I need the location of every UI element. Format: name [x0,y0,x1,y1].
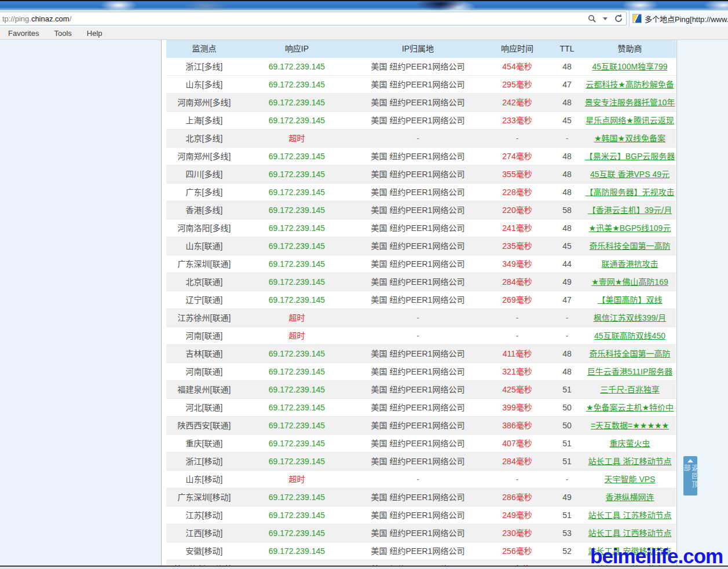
ip-location-cell: 美国 纽约PEER1网络公司 [352,399,484,416]
monitor-point-cell: 辽宁[联通] [166,291,242,309]
response-time-cell: 425毫秒 [484,381,550,398]
ttl-cell: 45 [550,237,584,255]
sponsor-link[interactable]: 星乐点网络★腾讯云返现 [584,112,676,129]
tab-title: 多个地点Ping[http://www... [645,13,728,24]
response-ip-cell: 69.172.239.145 [242,524,352,542]
sponsor-link[interactable]: 站长工具 浙江移动节点 [584,453,676,470]
window-titlebar [0,0,728,10]
left-gutter-panel [0,40,162,569]
sponsor-link[interactable]: 枫信江苏双线399/月 [584,309,676,326]
sponsor-link[interactable]: ★韩国★双线免备案 [584,130,676,147]
response-ip-cell: 69.172.239.145 [242,148,352,165]
monitor-point-cell: 广东深圳[移动] [166,489,242,506]
browser-tab[interactable]: 多个地点Ping[http://www... [629,10,728,27]
ttl-cell: 51 [550,381,584,398]
sponsor-link[interactable]: 联通香港抗攻击 [584,255,676,273]
sponsor-link[interactable]: 香港纵横网连 [584,489,676,506]
sponsor-link[interactable]: 站长工具 江西移动节点 [584,524,676,542]
menu-item-tools[interactable]: Tools [54,29,71,38]
sponsor-link[interactable]: 云都科技★高防秒解免备 [584,76,676,93]
ip-location-cell: 美国 纽约PEER1网络公司 [352,201,484,219]
response-time-cell: 399毫秒 [484,399,550,416]
monitor-point-cell: 河南郑州[多线] [166,94,242,111]
response-time-cell: 386毫秒 [484,417,550,434]
header-response-ip: 响应IP [242,40,352,58]
table-row: 江苏徐州[联通]超时---枫信江苏双线399/月 [166,309,676,327]
response-time-cell: 274毫秒 [484,148,550,165]
monitor-point-cell: 广东深圳[联通] [166,255,242,273]
table-row: 广东深圳[联通]69.172.239.145美国 纽约PEER1网络公司349毫… [166,255,676,273]
sponsor-link[interactable]: ★免备案云主机★特价中 [584,399,676,416]
sponsor-link[interactable]: 45互联100M独享799 [584,58,676,75]
sponsor-link[interactable]: 三千尺-百兆独享 [584,381,676,398]
ttl-cell: 53 [550,524,584,542]
table-row: 浙江[多线]69.172.239.145美国 纽约PEER1网络公司454毫秒4… [166,58,676,76]
search-icon[interactable] [587,13,597,24]
sponsor-link[interactable]: 【美国高防】双线 [584,291,676,309]
ip-location-cell: 美国 纽约PEER1网络公司 [352,219,484,237]
response-ip-cell: 69.172.239.145 [242,166,352,183]
monitor-point-cell: 江苏[移动] [166,506,242,524]
response-ip-cell: 69.172.239.145 [242,381,352,398]
ttl-cell: 48 [550,219,584,237]
sponsor-link[interactable]: 奇乐科技全国第一高防 [584,237,676,255]
sponsor-link[interactable]: 【香港云主机】39元/月 [584,201,676,219]
response-time-cell: 256毫秒 [484,542,550,560]
monitor-point-cell: 安徽[移动] [166,542,242,560]
sponsor-link[interactable]: 【易米云】BGP云服务器 [584,148,676,165]
sponsor-link[interactable]: 【高防服务器】无视攻击 [584,183,676,201]
response-ip-cell: 69.172.239.145 [242,453,352,470]
sponsor-link[interactable]: ★迅美★BGP5线109元 [584,219,676,237]
url-text: tp://ping.chinaz.com/ [0,14,71,23]
monitor-point-cell: 吉林[联通] [166,345,242,362]
response-ip-cell: 69.172.239.145 [242,58,352,75]
ip-location-cell: 美国 纽约PEER1网络公司 [352,435,484,452]
response-time-cell: 295毫秒 [484,76,550,93]
back-to-top-button[interactable]: 返回顶部 [683,456,697,495]
sponsor-link[interactable]: ★壹网★佛山高防169 [584,273,676,291]
response-ip-cell: 69.172.239.145 [242,435,352,452]
ip-location-cell: 美国 纽约PEER1网络公司 [352,58,484,75]
table-row: 山东[移动]超时---天宇智能 VPS [166,471,676,489]
chevron-down-icon[interactable] [600,13,610,24]
table-row: 四川[多线]69.172.239.145美国 纽约PEER1网络公司355毫秒4… [166,166,676,183]
sponsor-link[interactable]: 景安专注服务器托管10年 [584,94,676,111]
monitor-point-cell: 上海[多线] [166,112,242,129]
response-time-cell: - [484,130,550,147]
ttl-cell: 47 [550,76,584,93]
sponsor-link[interactable]: 45互联 香港VPS 49元 [584,166,676,183]
sponsor-link[interactable]: =天互数据=★★★★★ [584,417,676,434]
sponsor-link[interactable]: 奇乐科技全国第一高防 [584,345,676,362]
response-ip-cell: 69.172.239.145 [242,255,352,273]
page-content: 监测点 响应IP IP归属地 响应时间 TTL 赞助商 浙江[多线]69.172… [0,40,728,569]
sponsor-link[interactable]: 天宇智能 VPS [584,471,676,488]
sponsor-link[interactable]: 45互联高防双线450 [584,327,676,344]
response-time-cell: - [484,327,550,344]
table-header-row: 监测点 响应IP IP归属地 响应时间 TTL 赞助商 [166,40,676,58]
menu-item-favorites[interactable]: Favorites [8,29,39,38]
address-bar[interactable]: tp://ping.chinaz.com/ [0,12,627,25]
ip-location-cell: - [352,327,484,344]
sponsor-link[interactable]: 巨牛云香港511IP服务器 [584,363,676,380]
table-row: 河北[联通]69.172.239.145美国 纽约PEER1网络公司399毫秒5… [166,399,676,417]
ttl-cell: 51 [550,435,584,452]
response-ip-cell: 69.172.239.145 [242,219,352,237]
ttl-cell: 49 [550,489,584,506]
menu-item-help[interactable]: Help [87,29,103,38]
ip-location-cell: 美国 纽约PEER1网络公司 [352,345,484,362]
response-time-cell: 321毫秒 [484,363,550,380]
monitor-point-cell: 河南郑州[多线] [166,148,242,165]
table-body: 浙江[多线]69.172.239.145美国 纽约PEER1网络公司454毫秒4… [166,58,676,569]
ip-location-cell: 美国 纽约PEER1网络公司 [352,417,484,434]
ttl-cell: 48 [550,363,584,380]
watermark: beimeilife.com [590,545,723,568]
response-ip-cell: 超时 [242,327,352,344]
sponsor-link[interactable]: 重庆萤火虫 [584,435,676,452]
sponsor-link[interactable]: 站长工具 江苏移动节点 [584,506,676,524]
ttl-cell: 58 [550,201,584,219]
ttl-cell: 51 [550,453,584,470]
response-time-cell: 284毫秒 [484,273,550,291]
ip-location-cell: 美国 纽约PEER1网络公司 [352,148,484,165]
refresh-icon[interactable] [613,13,624,24]
ip-location-cell: 美国 纽约PEER1网络公司 [352,76,484,93]
